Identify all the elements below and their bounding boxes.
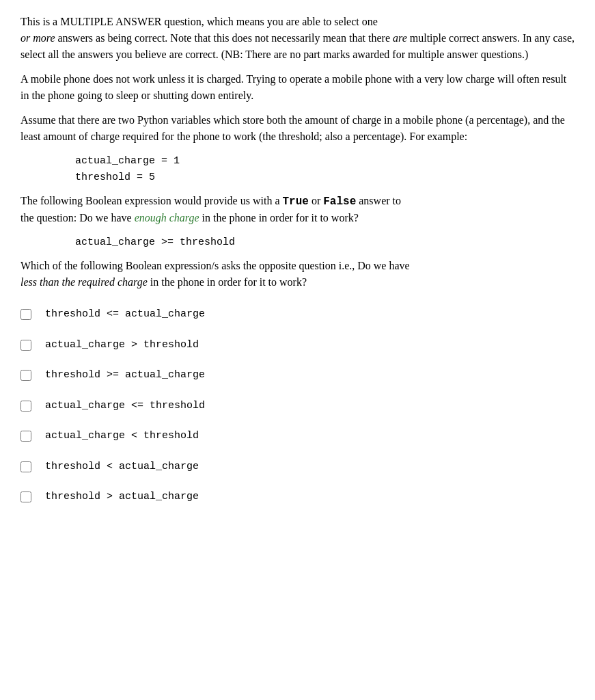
answer-options: threshold <= actual_chargeactual_charge …: [20, 307, 575, 505]
enough-charge-text: enough charge: [135, 212, 199, 224]
checkbox-4[interactable]: [20, 401, 31, 412]
less-than-required-text: less than the required charge: [20, 276, 148, 288]
checkbox-2[interactable]: [20, 340, 31, 351]
question-container: This is a MULTIPLE ANSWER question, whic…: [20, 14, 575, 505]
code-line-2: threshold = 5: [75, 170, 575, 186]
option-label-4[interactable]: actual_charge <= threshold: [45, 399, 205, 414]
answer-option-1: threshold <= actual_charge: [20, 307, 575, 323]
expression-code: actual_charge >= threshold: [75, 237, 235, 248]
para4-text-3: the question: Do we have: [20, 212, 135, 224]
answer-option-2: actual_charge > threshold: [20, 338, 575, 353]
answer-option-6: threshold < actual_charge: [20, 459, 575, 475]
para4-text-1: The following Boolean expression would p…: [20, 195, 283, 206]
para5: Which of the following Boolean expressio…: [20, 258, 575, 291]
or-more-text: or more: [20, 32, 55, 44]
intro-text-1: This is a MULTIPLE ANSWER question, whic…: [20, 16, 378, 27]
para5-text-2: in the phone in order for it to work?: [148, 276, 307, 288]
are-text: are: [393, 32, 407, 44]
para5-text-1: Which of the following Boolean expressio…: [20, 260, 410, 271]
boolean-expression: actual_charge >= threshold: [75, 234, 575, 251]
checkbox-7[interactable]: [20, 492, 31, 502]
code-line-1: actual_charge = 1: [75, 153, 575, 170]
para4-text-2: answer to: [356, 195, 401, 206]
para3: Assume that there are two Python variabl…: [20, 112, 575, 145]
answer-option-7: threshold > actual_charge: [20, 489, 575, 505]
intro-text-2: answers as being correct. Note that this…: [55, 32, 393, 44]
para4: The following Boolean expression would p…: [20, 193, 575, 226]
checkbox-5[interactable]: [20, 431, 31, 442]
true-text: True: [283, 196, 309, 208]
para4-or: or: [309, 195, 323, 206]
para2: A mobile phone does not work unless it i…: [20, 71, 575, 104]
option-label-3[interactable]: threshold >= actual_charge: [45, 368, 205, 383]
option-label-5[interactable]: actual_charge < threshold: [45, 429, 199, 444]
question-text: This is a MULTIPLE ANSWER question, whic…: [20, 14, 575, 291]
option-label-7[interactable]: threshold > actual_charge: [45, 489, 199, 505]
code-example: actual_charge = 1 threshold = 5: [75, 153, 575, 186]
option-label-2[interactable]: actual_charge > threshold: [45, 338, 199, 353]
false-text: False: [323, 196, 356, 208]
checkbox-6[interactable]: [20, 461, 31, 472]
option-label-6[interactable]: threshold < actual_charge: [45, 459, 199, 475]
option-label-1[interactable]: threshold <= actual_charge: [45, 307, 205, 323]
answer-option-5: actual_charge < threshold: [20, 429, 575, 444]
answer-option-3: threshold >= actual_charge: [20, 368, 575, 383]
answer-option-4: actual_charge <= threshold: [20, 399, 575, 414]
para4-text-4: in the phone in order for it to work?: [199, 212, 359, 224]
intro-paragraph: This is a MULTIPLE ANSWER question, whic…: [20, 14, 575, 63]
checkbox-1[interactable]: [20, 309, 31, 320]
checkbox-3[interactable]: [20, 370, 31, 381]
